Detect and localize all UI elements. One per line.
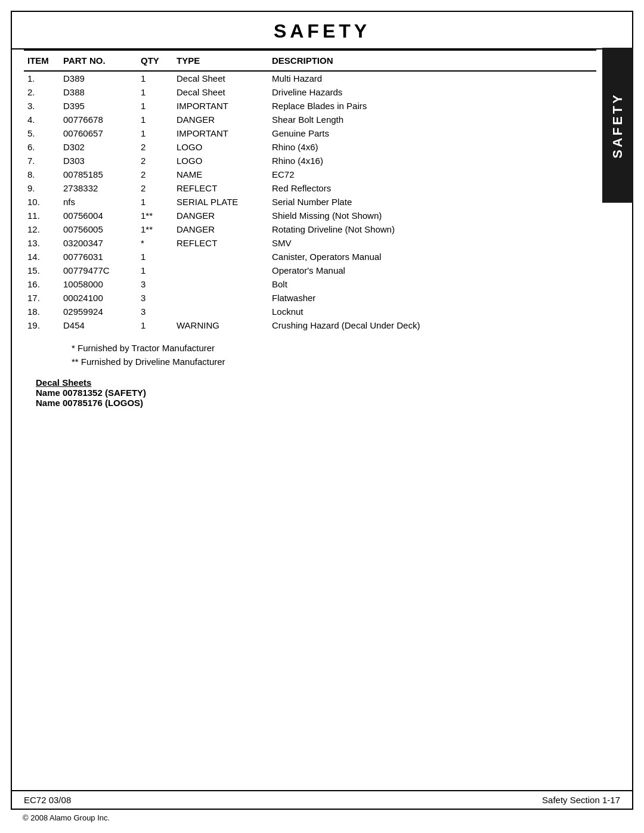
- copyright-text: © 2008 Alamo Group Inc.: [23, 813, 110, 822]
- cell-item: 4.: [24, 113, 60, 126]
- table-row: 6. D302 2 LOGO Rhino (4x6): [24, 140, 596, 154]
- cell-part: 00776031: [60, 250, 137, 264]
- cell-item: 3.: [24, 99, 60, 113]
- table-row: 17. 00024100 3 Flatwasher: [24, 291, 596, 305]
- table-row: 14. 00776031 1 Canister, Operators Manua…: [24, 250, 596, 264]
- cell-desc: Rhino (4x6): [268, 140, 596, 154]
- cell-part: nfs: [60, 195, 137, 209]
- cell-part: 00776678: [60, 113, 137, 126]
- cell-type: Decal Sheet: [173, 85, 268, 99]
- col-header-qty: QTY: [137, 50, 173, 71]
- cell-qty: 1: [137, 85, 173, 99]
- cell-desc: Shield Missing (Not Shown): [268, 209, 596, 222]
- cell-type: [173, 305, 268, 318]
- outer-border: SAFETY SAFETY ITEM PART NO. QTY TYPE DES…: [11, 11, 633, 810]
- cell-desc: Locknut: [268, 305, 596, 318]
- cell-item: 11.: [24, 209, 60, 222]
- table-row: 11. 00756004 1** DANGER Shield Missing (…: [24, 209, 596, 222]
- cell-desc: Serial Number Plate: [268, 195, 596, 209]
- title-row: SAFETY: [12, 12, 632, 49]
- note2: ** Furnished by Driveline Manufacturer: [72, 357, 596, 367]
- cell-qty: 2: [137, 140, 173, 154]
- table-container: ITEM PART NO. QTY TYPE DESCRIPTION 1. D3…: [12, 49, 632, 456]
- cell-type: DANGER: [173, 113, 268, 126]
- table-row: 3. D395 1 IMPORTANT Replace Blades in Pa…: [24, 99, 596, 113]
- cell-desc: EC72: [268, 168, 596, 181]
- cell-desc: Rotating Driveline (Not Shown): [268, 222, 596, 236]
- footer-row: EC72 03/08 Safety Section 1-17: [12, 790, 632, 809]
- note1: * Furnished by Tractor Manufacturer: [72, 343, 596, 353]
- table-row: 19. D454 1 WARNING Crushing Hazard (Deca…: [24, 318, 596, 332]
- cell-type: LOGO: [173, 140, 268, 154]
- cell-desc: Crushing Hazard (Decal Under Deck): [268, 318, 596, 332]
- decal-sheets-line2: Name 00785176 (LOGOS): [36, 398, 596, 408]
- cell-item: 18.: [24, 305, 60, 318]
- cell-desc: Multi Hazard: [268, 71, 596, 85]
- cell-item: 6.: [24, 140, 60, 154]
- cell-item: 16.: [24, 277, 60, 291]
- cell-item: 7.: [24, 154, 60, 168]
- cell-qty: 3: [137, 305, 173, 318]
- cell-type: DANGER: [173, 222, 268, 236]
- cell-type: WARNING: [173, 318, 268, 332]
- cell-type: REFLECT: [173, 236, 268, 250]
- decal-sheets-title: Decal Sheets: [36, 377, 596, 388]
- cell-qty: 3: [137, 277, 173, 291]
- cell-item: 13.: [24, 236, 60, 250]
- cell-part: 00756004: [60, 209, 137, 222]
- parts-table: ITEM PART NO. QTY TYPE DESCRIPTION 1. D3…: [24, 49, 596, 332]
- cell-qty: 2: [137, 181, 173, 195]
- page-wrapper: SAFETY SAFETY ITEM PART NO. QTY TYPE DES…: [0, 0, 644, 833]
- cell-type: SERIAL PLATE: [173, 195, 268, 209]
- cell-part: D388: [60, 85, 137, 99]
- cell-part: 00785185: [60, 168, 137, 181]
- cell-item: 14.: [24, 250, 60, 264]
- cell-part: D395: [60, 99, 137, 113]
- cell-part: 00756005: [60, 222, 137, 236]
- cell-desc: Red Reflectors: [268, 181, 596, 195]
- cell-part: D454: [60, 318, 137, 332]
- cell-qty: 1: [137, 318, 173, 332]
- cell-item: 12.: [24, 222, 60, 236]
- footer-left: EC72 03/08: [24, 795, 71, 805]
- cell-qty: 2: [137, 154, 173, 168]
- table-row: 15. 00779477C 1 Operator's Manual: [24, 264, 596, 277]
- cell-part: D303: [60, 154, 137, 168]
- cell-item: 17.: [24, 291, 60, 305]
- table-row: 13. 03200347 * REFLECT SMV: [24, 236, 596, 250]
- cell-desc: Replace Blades in Pairs: [268, 99, 596, 113]
- cell-type: IMPORTANT: [173, 126, 268, 140]
- cell-qty: 1: [137, 113, 173, 126]
- cell-qty: 1: [137, 195, 173, 209]
- table-row: 5. 00760657 1 IMPORTANT Genuine Parts: [24, 126, 596, 140]
- cell-qty: 1: [137, 264, 173, 277]
- sidebar-safety: SAFETY: [602, 48, 633, 203]
- cell-type: [173, 250, 268, 264]
- cell-item: 15.: [24, 264, 60, 277]
- table-row: 7. D303 2 LOGO Rhino (4x16): [24, 154, 596, 168]
- cell-desc: Bolt: [268, 277, 596, 291]
- table-header-row: ITEM PART NO. QTY TYPE DESCRIPTION: [24, 50, 596, 71]
- cell-type: DANGER: [173, 209, 268, 222]
- col-header-type: TYPE: [173, 50, 268, 71]
- col-header-part: PART NO.: [60, 50, 137, 71]
- table-row: 4. 00776678 1 DANGER Shear Bolt Length: [24, 113, 596, 126]
- cell-type: REFLECT: [173, 181, 268, 195]
- table-row: 2. D388 1 Decal Sheet Driveline Hazards: [24, 85, 596, 99]
- table-row: 8. 00785185 2 NAME EC72: [24, 168, 596, 181]
- cell-item: 9.: [24, 181, 60, 195]
- cell-part: 03200347: [60, 236, 137, 250]
- cell-type: LOGO: [173, 154, 268, 168]
- cell-desc: Driveline Hazards: [268, 85, 596, 99]
- notes-section: * Furnished by Tractor Manufacturer ** F…: [24, 343, 596, 367]
- cell-type: NAME: [173, 168, 268, 181]
- cell-qty: *: [137, 236, 173, 250]
- cell-qty: 1: [137, 71, 173, 85]
- decal-sheets-section: Decal Sheets Name 00781352 (SAFETY) Name…: [24, 377, 596, 408]
- cell-qty: 2: [137, 168, 173, 181]
- copyright-line: © 2008 Alamo Group Inc.: [11, 810, 633, 826]
- cell-item: 1.: [24, 71, 60, 85]
- cell-type: IMPORTANT: [173, 99, 268, 113]
- cell-qty: 3: [137, 291, 173, 305]
- cell-desc: Genuine Parts: [268, 126, 596, 140]
